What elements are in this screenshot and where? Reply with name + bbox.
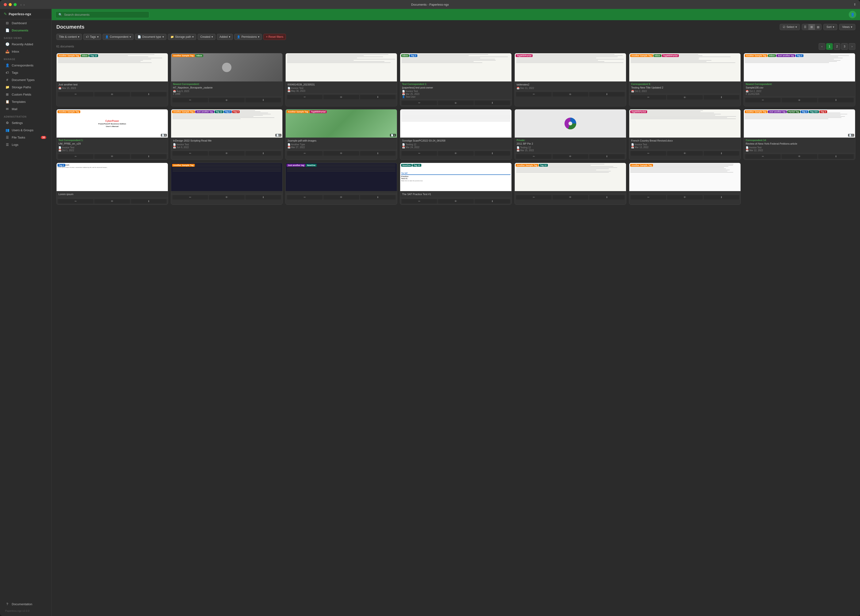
sidebar-item-tags[interactable]: 🏷 Tags (2, 69, 50, 76)
sidebar-item-mail[interactable]: ✉ Mail (2, 105, 50, 112)
user-avatar-button[interactable]: 👤 (849, 11, 856, 18)
download-button[interactable]: ⬇ (704, 151, 739, 156)
preview-button[interactable]: 👁 (209, 151, 244, 156)
edit-button[interactable]: ✏ (402, 101, 437, 105)
document-card[interactable]: Sonstige ScanPC2022 03-24_081058 📄Testin… (400, 109, 512, 160)
edit-button[interactable]: ✏ (631, 195, 666, 200)
page-3-button[interactable]: 3 (841, 43, 848, 50)
filter-document-type[interactable]: 📄 Document type ▾ (135, 34, 166, 40)
edit-button[interactable]: ✏ (516, 195, 552, 200)
edit-button[interactable]: ✏ (173, 98, 208, 102)
edit-button[interactable]: ✏ (173, 151, 208, 156)
nav-buttons[interactable]: ‹ › (20, 3, 25, 6)
sidebar-item-storage-paths[interactable]: 📁 Storage Paths (2, 83, 50, 91)
document-card[interactable]: Another Sample TagJust another tagPartia… (744, 109, 855, 160)
document-card[interactable]: Another Sample TagInboxTagWithPartial Co… (629, 53, 741, 106)
document-card[interactable]: Another Sample TagInboxTag 12 Just anoth… (56, 53, 168, 106)
document-card[interactable]: Just another tagNewOne ✏ 👁 ⬇ (286, 163, 397, 205)
preview-button[interactable]: 👁 (438, 199, 474, 204)
download-button[interactable]: ⬇ (589, 195, 625, 200)
back-icon[interactable]: ‹ (20, 3, 22, 6)
preview-button[interactable]: 👁 (209, 195, 244, 200)
sidebar-item-recently-added[interactable]: 🕐 Recently Added (2, 41, 50, 48)
preview-button[interactable]: 👁 (782, 154, 817, 159)
document-card[interactable]: Another Sample TagTagWithPartial 📄1 2sam… (286, 109, 397, 160)
preview-button[interactable]: 👁 (782, 98, 817, 102)
filter-storage-path[interactable]: 📁 Storage path ▾ (168, 34, 196, 40)
preview-button[interactable]: 👁 (209, 98, 244, 102)
edit-button[interactable]: ✏ (402, 151, 437, 156)
edit-button[interactable]: ✏ (287, 95, 322, 99)
edit-button[interactable]: ✏ (402, 199, 437, 204)
download-button[interactable]: ⬇ (131, 92, 166, 96)
document-card[interactable]: Another Sample TagInboxJust another tagT… (744, 53, 855, 106)
download-button[interactable]: ⬇ (360, 151, 395, 156)
preview-button[interactable]: 👁 (667, 195, 703, 200)
edit-button[interactable]: ✏ (631, 95, 666, 99)
sort-button[interactable]: Sort ▾ (823, 24, 837, 30)
download-button[interactable]: ⬇ (475, 151, 510, 156)
page-1-button[interactable]: 1 (826, 43, 833, 50)
preview-button[interactable]: 👁 (438, 151, 474, 156)
download-button[interactable]: ⬇ (704, 195, 739, 200)
edit-button[interactable]: ✏ (631, 151, 666, 156)
preview-button[interactable]: 👁 (552, 92, 588, 96)
document-card[interactable]: 0004814539_20230531 📄Invoice Test 📅May 3… (286, 53, 397, 106)
edit-button[interactable]: ✏ (516, 92, 552, 96)
edit-button[interactable]: ✏ (58, 199, 93, 204)
document-card[interactable]: Private: 2011 BP Pie 2 📄Testing 12 📅Mar … (515, 109, 626, 160)
select-button[interactable]: ☑ Select ▾ (780, 24, 800, 30)
download-button[interactable]: ⬇ (245, 195, 281, 200)
filter-title-content[interactable]: Title & content ▾ (56, 34, 82, 40)
document-card[interactable]: InboxTag 2 Test Correspondent 1: [paperl… (400, 53, 512, 106)
page-prev-button[interactable]: ‹ (819, 43, 825, 50)
download-button[interactable]: ⬇ (360, 195, 395, 200)
document-card[interactable]: Another Sample Tag ✏ 👁 ⬇ (629, 163, 741, 205)
reset-filters-button[interactable]: × Reset filters (264, 34, 286, 40)
download-button[interactable]: ⬇ (131, 199, 166, 204)
edit-button[interactable]: ✏ (58, 92, 93, 96)
preview-button[interactable]: 👁 (323, 95, 359, 99)
download-button[interactable]: ⬇ (818, 154, 854, 159)
document-card[interactable]: Another Sample TagTag 12 ✏ 👁 ⬇ (515, 163, 626, 205)
edit-button[interactable]: ✏ (745, 154, 781, 159)
download-button[interactable]: ⬇ (589, 154, 625, 159)
share-icon[interactable]: ⬆ (854, 3, 856, 6)
document-card[interactable]: TagWithPartial tablerates2 📅Dec 11, 2022… (515, 53, 626, 106)
maximize-button[interactable] (14, 3, 17, 6)
document-card[interactable]: The SAT PracticeTest #1 Make time to tak… (400, 163, 512, 205)
download-button[interactable]: ⬇ (475, 101, 510, 105)
search-box[interactable]: 🔍 Search documents (55, 11, 149, 18)
download-button[interactable]: ⬇ (360, 95, 395, 99)
document-card[interactable]: Lorem ipsum Lorem ipsum dolor sit amet, … (56, 163, 168, 205)
sidebar-item-templates[interactable]: 📋 Templates (2, 98, 50, 105)
document-card[interactable]: CyberPowerPowerPanel® Business EditionUs… (56, 109, 168, 160)
download-button[interactable]: ⬇ (589, 92, 625, 96)
preview-button[interactable]: 👁 (667, 151, 703, 156)
preview-button[interactable]: 👁 (667, 95, 703, 99)
download-button[interactable]: ⬇ (704, 95, 739, 99)
filter-created[interactable]: Created ▾ (198, 34, 215, 40)
page-next-button[interactable]: › (849, 43, 855, 50)
sidebar-item-users-groups[interactable]: 👥 Users & Groups (2, 127, 50, 134)
document-card[interactable]: TagWithPartial French Country Bread Revi… (629, 109, 741, 160)
preview-button[interactable]: 👁 (94, 154, 130, 159)
filter-added[interactable]: Added ▾ (217, 34, 233, 40)
edit-button[interactable]: ✏ (287, 195, 322, 200)
filter-tags[interactable]: 🏷 Tags ▾ (83, 34, 101, 40)
close-button[interactable] (4, 3, 7, 6)
sidebar-item-file-tasks[interactable]: ☰ File Tasks 16 (2, 134, 50, 141)
view-details-button[interactable]: ▤ (815, 24, 821, 30)
edit-button[interactable]: ✏ (745, 98, 781, 102)
sidebar-item-custom-fields[interactable]: ⊞ Custom Fields (2, 91, 50, 98)
edit-button[interactable]: ✏ (173, 195, 208, 200)
download-button[interactable]: ⬇ (245, 151, 281, 156)
minimize-button[interactable] (9, 3, 12, 6)
download-button[interactable]: ⬇ (245, 98, 281, 102)
preview-button[interactable]: 👁 (552, 195, 588, 200)
preview-button[interactable]: 👁 (94, 92, 130, 96)
sidebar-item-document-types[interactable]: # Document Types (2, 76, 50, 83)
view-grid-button[interactable]: ⊞ (808, 24, 815, 30)
page-2-button[interactable]: 2 (834, 43, 840, 50)
download-button[interactable]: ⬇ (475, 199, 510, 204)
